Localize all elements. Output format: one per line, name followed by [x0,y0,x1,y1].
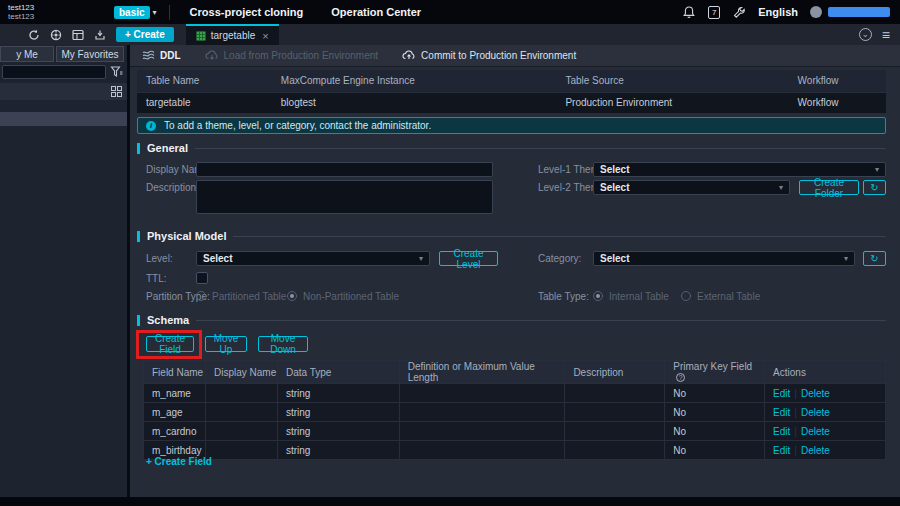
chevron-down-icon[interactable]: ▾ [153,8,157,17]
nav-cross-project-cloning[interactable]: Cross-project cloning [176,6,318,18]
env-badge[interactable]: basic [114,6,150,19]
sidebar-tab-my-favorites[interactable]: My Favorites [56,46,124,62]
level1-theme-select[interactable]: Select ▾ [593,162,886,177]
edit-link[interactable]: Edit [773,426,790,437]
cell-table-source: Production Environment [556,92,788,113]
sidebar-selected-row[interactable] [0,112,127,126]
docs-badge-icon[interactable]: 7 [708,6,720,19]
project-line1: test123 [8,3,108,12]
cell-definition [399,441,565,460]
chevron-down-icon: ▾ [875,165,879,174]
bell-icon[interactable] [682,5,696,19]
move-down-button[interactable]: Move Down [258,336,308,352]
internal-table-radio[interactable] [593,291,603,301]
red-annotation-box [136,330,202,359]
sidebar-view-toolbar [0,83,127,100]
action-divider: | [794,407,797,418]
import-icon[interactable] [94,29,106,41]
cell-display-name [205,384,277,403]
delete-link[interactable]: Delete [801,445,830,456]
help-icon[interactable]: ? [676,373,685,382]
schema-title: Schema [147,314,189,326]
close-icon[interactable]: × [262,30,268,42]
cell-actions: Edit|Delete [765,422,886,441]
delete-link[interactable]: Delete [801,426,830,437]
sidebar-search-input[interactable] [2,65,106,79]
sidebar-tab-created-by-me[interactable]: y Me [0,46,54,62]
delete-link[interactable]: Delete [801,388,830,399]
col-data-type: Data Type [277,361,399,384]
edit-link[interactable]: Edit [773,445,790,456]
action-divider: | [794,445,797,456]
category-select[interactable]: Select ▾ [593,251,855,266]
refresh-icon[interactable] [28,29,40,41]
top-bar: test123 test123 basic ▾ Cross-project cl… [0,0,900,24]
cell-data-type: string [277,441,399,460]
ttl-checkbox[interactable] [196,272,208,284]
move-up-button[interactable]: Move Up [205,336,247,352]
col-definition: Definition or Maximum Value Length [399,361,565,384]
schema-row: m_name string No Edit|Delete [144,384,886,403]
refresh-category-button[interactable]: ↻ [863,251,886,266]
schema-row: m_cardno string No Edit|Delete [144,422,886,441]
tab-targetable[interactable]: targetable × [186,24,279,45]
commit-to-production-button[interactable]: Commit to Production Environment [402,50,576,61]
action-divider: | [794,426,797,437]
main-panel: DDL Load from Production Environment Com… [130,45,900,497]
edit-link[interactable]: Edit [773,407,790,418]
load-from-production-button: Load from Production Environment [205,50,379,61]
description-label: Description: [146,182,199,193]
external-table-label: External Table [697,291,760,302]
ddl-button[interactable]: DDL [142,50,181,61]
summary-header-row: Table Name MaxCompute Engine Instance Ta… [137,70,886,92]
create-folder-button[interactable]: Create Folder [799,180,859,195]
section-divider [233,236,886,237]
col-workflow: Workflow [789,70,886,92]
external-table-radio[interactable] [681,291,691,301]
edit-link[interactable]: Edit [773,388,790,399]
cell-description [565,422,665,441]
display-name-input[interactable] [196,162,493,177]
summary-data-row: targetable blogtest Production Environme… [137,92,886,113]
commit-to-production-label: Commit to Production Environment [421,50,576,61]
non-partitioned-radio[interactable] [287,291,297,301]
description-textarea[interactable] [196,180,493,214]
internal-table-label: Internal Table [609,291,669,302]
create-button[interactable]: + Create [116,27,174,42]
create-level-button[interactable]: Create Level [439,251,498,266]
compass-icon[interactable] [50,29,62,41]
cell-display-name [205,441,277,460]
level-select[interactable]: Select ▾ [196,251,430,266]
chevron-down-icon: ▾ [779,183,783,192]
level2-theme-select[interactable]: Select ▾ [593,180,790,195]
primary-key-header-text: Primary Key Field [673,361,752,372]
ddl-label: DDL [160,50,181,61]
delete-link[interactable]: Delete [801,407,830,418]
avatar[interactable] [810,6,822,18]
table-panel-icon[interactable] [72,29,84,41]
cell-workflow: Workflow [789,92,886,113]
category-label: Category: [538,253,581,264]
nav-operation-center[interactable]: Operation Center [317,6,435,18]
filter-icon[interactable] [110,65,123,78]
cell-table-name: targetable [137,92,272,113]
tab-overflow-icon[interactable]: ⌄ [859,28,872,41]
wrench-icon[interactable] [732,5,746,19]
add-create-field-link[interactable]: + Create Field [146,456,212,467]
username-redacted[interactable] [828,7,890,17]
project-name[interactable]: test123 test123 [8,3,108,21]
col-field-name: Field Name [144,361,206,384]
app-window: test123 test123 basic ▾ Cross-project cl… [0,0,900,506]
general-title: General [147,142,188,154]
chevron-down-icon: ▾ [844,254,848,263]
cloud-upload-icon [402,50,416,61]
language-switch[interactable]: English [758,6,798,18]
level-label: Level: [146,253,173,264]
summary-table: Table Name MaxCompute Engine Instance Ta… [137,70,886,113]
partitioned-radio[interactable] [196,291,206,301]
refresh-themes-button[interactable]: ↻ [863,180,886,195]
grid-view-icon[interactable] [111,86,122,97]
hamburger-icon[interactable]: ≡ [882,27,890,43]
editor-toolbar: + Create targetable × ⌄ ≡ [0,24,900,45]
cell-definition [399,422,565,441]
